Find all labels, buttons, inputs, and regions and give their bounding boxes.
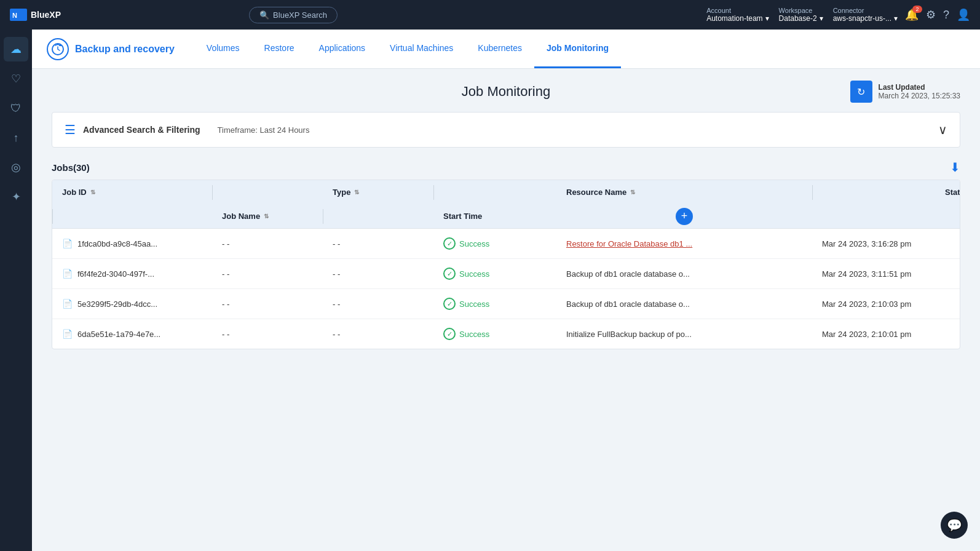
td-status-1: ✓ Success xyxy=(433,229,556,258)
td-resource-3: - - xyxy=(323,291,433,317)
chat-button[interactable]: 💬 xyxy=(941,512,968,539)
tab-volumes[interactable]: Volumes xyxy=(194,30,252,68)
sidebar-item-upload[interactable]: ↑ xyxy=(4,125,28,150)
last-updated-label: Last Updated xyxy=(879,83,925,92)
td-type-4: - - xyxy=(212,321,323,347)
tab-job-monitoring[interactable]: Job Monitoring xyxy=(534,30,621,68)
sidebar-item-security[interactable]: 🛡 xyxy=(4,96,28,121)
app-logo-header[interactable]: Backup and recovery xyxy=(47,38,175,60)
filter-expand-icon[interactable]: ∨ xyxy=(938,122,947,137)
settings-button[interactable]: ⚙ xyxy=(926,8,936,22)
tab-kubernetes[interactable]: Kubernetes xyxy=(465,30,534,68)
job-name-link-1[interactable]: Restore for Oracle Database db1 ... xyxy=(566,239,692,248)
th-type: Type ⇅ xyxy=(323,180,433,204)
workspace-chevron: ▾ xyxy=(820,14,823,23)
tab-applications[interactable]: Applications xyxy=(307,30,378,68)
table-row: 📄 f6f4fe2d-3040-497f-... - - - - ✓ Succe… xyxy=(52,259,960,289)
app-name: BlueXP xyxy=(31,10,61,20)
job-name-text-2: Backup of db1 oracle database o... xyxy=(566,269,690,279)
refresh-icon: ↻ xyxy=(857,86,865,98)
app-logo[interactable]: N BlueXP xyxy=(10,9,61,21)
app-title: Backup and recovery xyxy=(75,44,175,55)
td-extra-3 xyxy=(935,295,960,312)
td-resource-2: - - xyxy=(323,261,433,287)
td-job-name-2: Backup of db1 oracle database o... xyxy=(556,261,812,287)
td-start-time-4: Mar 24 2023, 2:10:01 pm xyxy=(812,321,935,347)
th-job-id: Job ID ⇅ xyxy=(52,180,212,204)
jobs-table: Job ID ⇅ Type ⇅ Resource Name ⇅ Status ⇅ xyxy=(52,180,960,349)
td-status-2: ✓ Success xyxy=(433,259,556,288)
filter-icon: ☰ xyxy=(65,122,76,137)
workspace-value: Database-2 ▾ xyxy=(779,14,823,23)
job-name-text-4: Initialize FullBackup backup of po... xyxy=(566,330,692,339)
account-value: Automation-team ▾ xyxy=(706,14,769,23)
connector-chevron: ▾ xyxy=(894,14,898,23)
last-updated-value: March 24 2023, 15:25:33 xyxy=(879,92,960,100)
td-job-name-4: Initialize FullBackup backup of po... xyxy=(556,321,812,347)
th-start-time: Start Time xyxy=(433,204,556,228)
tab-virtual-machines[interactable]: Virtual Machines xyxy=(377,30,465,68)
download-button[interactable]: ⬇ xyxy=(950,160,960,175)
th-resource-name: Resource Name ⇅ xyxy=(556,180,812,204)
td-status-3: ✓ Success xyxy=(433,289,556,319)
refresh-button[interactable]: ↻ xyxy=(850,81,872,103)
account-selector[interactable]: Account Automation-team ▾ xyxy=(706,7,769,23)
success-icon-1: ✓ xyxy=(443,237,456,250)
download-icon: ⬇ xyxy=(950,161,960,174)
health-icon: ♡ xyxy=(11,72,21,85)
add-column-button[interactable]: + xyxy=(676,208,693,225)
td-job-id-4: 📄 6da5e51e-1a79-4e7e... xyxy=(52,320,212,347)
table-header: Job ID ⇅ Type ⇅ Resource Name ⇅ Status ⇅ xyxy=(52,180,960,229)
account-chevron: ▾ xyxy=(765,14,769,23)
sort-icon-job-name[interactable]: ⇅ xyxy=(264,213,269,220)
user-button[interactable]: 👤 xyxy=(957,8,970,22)
table-row: 📄 5e3299f5-29db-4dcc... - - - - ✓ Succes… xyxy=(52,289,960,319)
td-type-1: - - xyxy=(212,231,323,257)
sidebar-item-cloud[interactable]: ☁ xyxy=(4,37,28,61)
th-status: Status ⇅ xyxy=(935,180,960,204)
td-extra-2 xyxy=(935,265,960,282)
page-content: Job Monitoring ↻ Last Updated March 24 2… xyxy=(32,69,980,364)
td-type-2: - - xyxy=(212,261,323,287)
nav-tabs: Volumes Restore Applications Virtual Mac… xyxy=(194,30,621,68)
success-icon-2: ✓ xyxy=(443,268,456,280)
notification-button[interactable]: 🔔 2 xyxy=(905,8,919,22)
tab-restore[interactable]: Restore xyxy=(252,30,307,68)
job-name-text-3: Backup of db1 oracle database o... xyxy=(566,299,690,309)
workspace-selector[interactable]: Workspace Database-2 ▾ xyxy=(779,7,823,23)
sort-icon-type[interactable]: ⇅ xyxy=(354,189,359,196)
td-job-id-1: 📄 1fdca0bd-a9c8-45aa... xyxy=(52,230,212,257)
td-resource-4: - - xyxy=(323,321,433,347)
connector-selector[interactable]: Connector aws-snapctr-us-... ▾ xyxy=(833,7,898,23)
td-status-4: ✓ Success xyxy=(433,319,556,349)
sort-icon-job-id[interactable]: ⇅ xyxy=(90,189,95,196)
success-icon-3: ✓ xyxy=(443,298,456,310)
search-label: BlueXP Search xyxy=(273,10,327,20)
sidebar-item-discover[interactable]: ◎ xyxy=(4,155,28,180)
notification-badge: 2 xyxy=(912,6,922,13)
nav-account-group: Account Automation-team ▾ Workspace Data… xyxy=(706,7,898,23)
account-label: Account xyxy=(706,7,769,14)
td-job-name-3: Backup of db1 oracle database o... xyxy=(556,291,812,317)
td-resource-1: - - xyxy=(323,231,433,257)
sidebar: ☁ ♡ 🛡 ↑ ◎ ✦ xyxy=(0,30,32,551)
sort-icon-resource[interactable]: ⇅ xyxy=(630,189,635,196)
job-id-icon-3: 📄 xyxy=(62,299,73,309)
td-job-id-2: 📄 f6f4fe2d-3040-497f-... xyxy=(52,260,212,287)
sidebar-item-health[interactable]: ♡ xyxy=(4,66,28,91)
header-bar: Backup and recovery Volumes Restore Appl… xyxy=(32,30,980,69)
job-id-icon-1: 📄 xyxy=(62,239,73,248)
chat-icon: 💬 xyxy=(947,518,962,533)
workspace-label: Workspace xyxy=(779,7,823,14)
search-button[interactable]: 🔍 BlueXP Search xyxy=(249,7,338,23)
filter-bar[interactable]: ☰ Advanced Search & Filtering Timeframe:… xyxy=(52,112,960,148)
job-id-icon-2: 📄 xyxy=(62,269,73,279)
nav-right-group: Account Automation-team ▾ Workspace Data… xyxy=(706,7,970,23)
search-icon: 🔍 xyxy=(259,10,269,20)
td-type-3: - - xyxy=(212,291,323,317)
help-button[interactable]: ? xyxy=(943,9,949,22)
sidebar-item-integrations[interactable]: ✦ xyxy=(4,184,28,209)
td-extra-1 xyxy=(935,235,960,252)
integrations-icon: ✦ xyxy=(12,190,21,204)
nav-icons: 🔔 2 ⚙ ? 👤 xyxy=(905,8,970,22)
